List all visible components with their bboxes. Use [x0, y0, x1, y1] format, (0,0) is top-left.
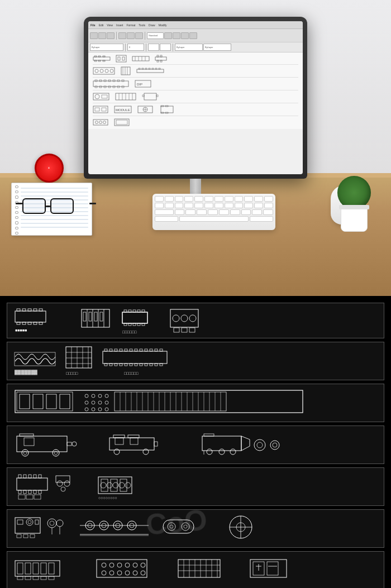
- cad-toolbar-row1: Standard: [88, 29, 303, 42]
- svg-rect-214: [128, 435, 139, 438]
- svg-rect-161: [155, 364, 158, 366]
- cad-toolbar-row2: ByLayer 0 ByLayer ByLayer: [88, 42, 303, 52]
- monitor-neck: [190, 179, 201, 195]
- desk-scene: File Edit View Insert Format Tools Draw …: [0, 0, 391, 296]
- svg-point-253: [107, 482, 112, 488]
- svg-rect-96: [39, 322, 42, 324]
- svg-point-180: [98, 408, 102, 411]
- svg-rect-251: [120, 479, 127, 491]
- svg-rect-103: [83, 312, 86, 321]
- svg-rect-238: [28, 490, 31, 494]
- cad-showcase-shape-2: [79, 307, 112, 334]
- svg-rect-327: [267, 562, 278, 575]
- svg-rect-92: [17, 322, 20, 324]
- svg-rect-120: [170, 309, 198, 327]
- svg-point-260: [26, 519, 33, 525]
- svg-point-178: [85, 408, 88, 411]
- cad-showcase-shape-18: [14, 555, 87, 586]
- svg-point-305: [117, 563, 122, 567]
- svg-point-174: [85, 401, 88, 404]
- svg-rect-293: [25, 563, 31, 574]
- svg-rect-118: [142, 323, 145, 326]
- svg-point-24: [110, 69, 113, 73]
- svg-rect-235: [39, 475, 41, 478]
- svg-rect-38: [95, 80, 97, 82]
- svg-text:○○○○○○○○: ○○○○○○○○: [98, 496, 117, 500]
- svg-rect-154: [120, 364, 122, 366]
- svg-point-311: [117, 571, 122, 575]
- svg-rect-90: [34, 309, 37, 311]
- svg-rect-143: [125, 349, 127, 351]
- plant: [341, 173, 374, 232]
- svg-rect-80: [93, 119, 108, 125]
- clock-face: ⧖: [35, 154, 64, 183]
- svg-point-181: [105, 408, 108, 411]
- svg-rect-109: [124, 310, 127, 312]
- svg-rect-301: [49, 576, 54, 580]
- svg-rect-104: [89, 312, 92, 321]
- svg-rect-145: [135, 349, 137, 351]
- svg-point-223: [219, 449, 225, 455]
- svg-rect-231: [18, 475, 21, 478]
- svg-rect-325: [250, 560, 287, 577]
- cad-shape-7: [136, 68, 164, 74]
- svg-rect-220: [204, 434, 214, 436]
- svg-point-227: [257, 442, 263, 448]
- svg-rect-168: [46, 394, 56, 409]
- svg-rect-237: [23, 490, 26, 494]
- svg-rect-45: [108, 86, 111, 88]
- svg-point-255: [119, 482, 125, 488]
- svg-rect-298: [25, 576, 31, 580]
- cad-showcase-shape-11: [199, 429, 283, 460]
- svg-text:■■■■■: ■■■■■: [15, 328, 27, 332]
- svg-rect-42: [104, 80, 106, 82]
- svg-rect-165: [17, 392, 73, 411]
- svg-point-170: [85, 394, 88, 398]
- cad-shape-5: [93, 66, 115, 75]
- svg-rect-75: [161, 106, 173, 113]
- svg-rect-91: [39, 309, 42, 311]
- svg-rect-7: [116, 55, 126, 62]
- svg-point-226: [254, 439, 265, 451]
- svg-rect-10: [132, 56, 149, 61]
- svg-rect-159: [145, 364, 147, 366]
- svg-rect-292: [17, 563, 23, 574]
- svg-text:□□□□□: □□□□□: [66, 371, 78, 375]
- cad-shape-17: [93, 118, 108, 127]
- svg-rect-264: [23, 534, 28, 538]
- svg-rect-147: [145, 349, 147, 351]
- svg-point-267: [50, 521, 54, 525]
- svg-rect-9: [122, 57, 125, 60]
- cad-showcase-shape-5: ▓▓▓▓▓▓▓: [14, 346, 56, 376]
- svg-rect-15: [155, 57, 166, 60]
- svg-rect-106: [100, 312, 103, 321]
- svg-rect-302: [97, 560, 147, 577]
- svg-point-314: [141, 571, 145, 575]
- cad-showcase-shape-8: [14, 388, 304, 418]
- cad-shape-15: [137, 105, 153, 114]
- svg-rect-150: [160, 349, 163, 351]
- svg-point-83: [103, 121, 106, 124]
- svg-rect-48: [117, 80, 120, 82]
- svg-point-286: [184, 525, 187, 528]
- svg-point-171: [92, 394, 95, 398]
- svg-rect-89: [28, 309, 31, 311]
- cad-shape-11: [115, 92, 136, 101]
- svg-rect-115: [128, 323, 131, 326]
- svg-rect-162: [160, 364, 163, 366]
- svg-rect-295: [41, 563, 46, 574]
- svg-rect-234: [34, 475, 36, 478]
- cad-showcase-shape-14: [14, 513, 70, 544]
- svg-rect-40: [99, 80, 102, 82]
- svg-rect-93: [22, 322, 26, 324]
- svg-rect-149: [155, 349, 158, 351]
- svg-rect-259: [17, 520, 23, 524]
- svg-rect-114: [124, 323, 127, 326]
- svg-rect-67: [95, 108, 99, 111]
- svg-rect-212: [113, 435, 125, 438]
- svg-point-21: [95, 69, 98, 73]
- monitor-bezel: File Edit View Insert Format Tools Draw …: [84, 17, 307, 179]
- svg-rect-0: [93, 57, 110, 60]
- notebook-spiral: [15, 185, 18, 235]
- svg-point-229: [273, 443, 277, 447]
